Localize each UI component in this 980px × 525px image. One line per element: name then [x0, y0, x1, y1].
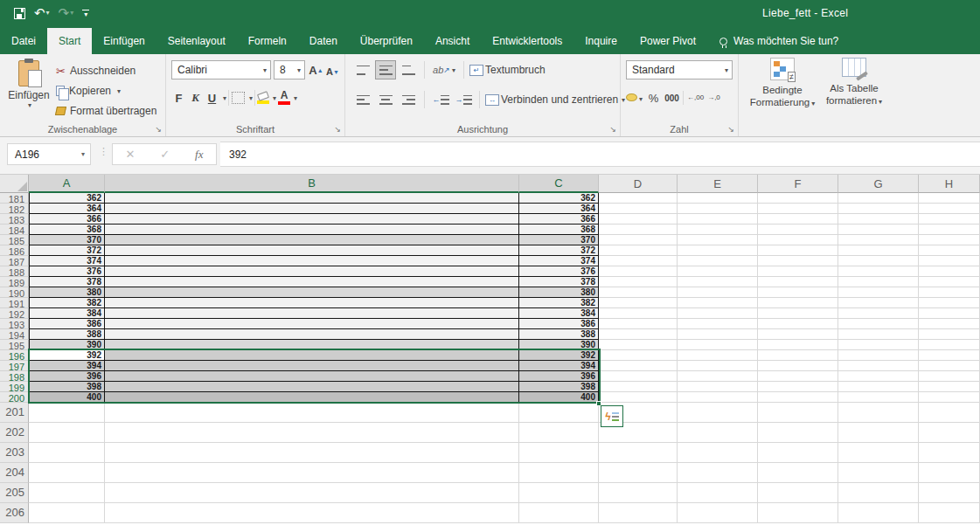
cell-A195[interactable]: 390 [29, 340, 105, 350]
fill-color-dropdown-icon[interactable]: ▾ [273, 94, 276, 102]
cell-C196[interactable]: 392 [519, 350, 599, 361]
cell-D182[interactable] [599, 204, 678, 214]
enter-icon[interactable]: ✓ [160, 148, 170, 161]
borders-button[interactable] [231, 89, 246, 107]
cell-F183[interactable] [758, 214, 838, 225]
cell-A196[interactable]: 392 [29, 350, 105, 361]
cell-A201[interactable] [29, 403, 105, 423]
cell-F195[interactable] [758, 340, 838, 350]
cell-G195[interactable] [838, 340, 919, 350]
cell-A187[interactable]: 374 [29, 256, 105, 266]
cell-C206[interactable] [519, 503, 599, 523]
cell-C202[interactable] [519, 423, 599, 443]
cell-F190[interactable] [758, 287, 838, 298]
cell-E191[interactable] [678, 298, 758, 308]
cell-G199[interactable] [838, 382, 919, 392]
cell-D195[interactable] [599, 340, 678, 350]
cell-B190[interactable] [105, 287, 519, 298]
row-header-188[interactable]: 188 [0, 266, 29, 277]
accounting-format-button[interactable]: ▾ [626, 92, 643, 104]
align-right-button[interactable] [398, 90, 419, 109]
cell-A186[interactable]: 372 [29, 245, 105, 256]
undo-icon[interactable]: ↶▾ [34, 5, 50, 21]
cell-H205[interactable] [919, 483, 980, 503]
cell-E203[interactable] [678, 443, 758, 463]
cell-B204[interactable] [105, 463, 519, 483]
tab-start[interactable]: Start [47, 28, 92, 54]
cell-H186[interactable] [919, 245, 980, 256]
cell-F186[interactable] [758, 245, 838, 256]
cell-G181[interactable] [838, 193, 919, 204]
column-header-F[interactable]: F [758, 175, 838, 193]
customize-qat-icon[interactable]: ▾ [82, 10, 89, 17]
cell-A190[interactable]: 380 [29, 287, 105, 298]
cell-E199[interactable] [678, 382, 758, 392]
cell-E185[interactable] [678, 235, 758, 245]
cell-B201[interactable] [105, 403, 519, 423]
cell-F194[interactable] [758, 329, 838, 340]
row-header-184[interactable]: 184 [0, 225, 29, 235]
cancel-icon[interactable]: ✕ [125, 148, 135, 161]
align-left-button[interactable] [352, 90, 373, 109]
cell-H190[interactable] [919, 287, 980, 298]
cell-C185[interactable]: 370 [519, 235, 599, 245]
cell-G183[interactable] [838, 214, 919, 225]
column-header-G[interactable]: G [838, 175, 919, 193]
cell-B200[interactable] [105, 392, 519, 403]
row-header-196[interactable]: 196 [0, 350, 29, 361]
cell-B206[interactable] [105, 503, 519, 523]
cell-F181[interactable] [758, 193, 838, 204]
cut-button[interactable]: ✂ Ausschneiden [56, 62, 136, 79]
cell-H192[interactable] [919, 308, 980, 319]
cell-H201[interactable] [919, 403, 980, 423]
cell-E184[interactable] [678, 225, 758, 235]
cell-G191[interactable] [838, 298, 919, 308]
cell-D194[interactable] [599, 329, 678, 340]
cell-B202[interactable] [105, 423, 519, 443]
cell-C195[interactable]: 390 [519, 340, 599, 350]
cell-G200[interactable] [838, 392, 919, 403]
wrap-text-button[interactable]: Textumbruch [485, 64, 546, 76]
cell-D203[interactable] [599, 443, 678, 463]
cell-D193[interactable] [599, 319, 678, 329]
cell-B189[interactable] [105, 277, 519, 287]
tab-formeln[interactable]: Formeln [237, 28, 298, 54]
grow-font-button[interactable]: A▲ [309, 61, 323, 79]
fill-color-button[interactable] [257, 93, 269, 104]
select-all-corner[interactable] [0, 175, 29, 193]
formula-bar-splitter[interactable]: ⋮ [99, 146, 108, 157]
cell-E197[interactable] [678, 361, 758, 371]
cell-G186[interactable] [838, 245, 919, 256]
cell-F205[interactable] [758, 483, 838, 503]
cell-C181[interactable]: 362 [519, 193, 599, 204]
cell-D185[interactable] [599, 235, 678, 245]
cell-A182[interactable]: 364 [29, 204, 105, 214]
cell-E196[interactable] [678, 350, 758, 361]
cell-E183[interactable] [678, 214, 758, 225]
cell-E192[interactable] [678, 308, 758, 319]
name-box-dropdown-icon[interactable]: ▾ [81, 150, 85, 158]
cell-D181[interactable] [599, 193, 678, 204]
row-header-204[interactable]: 204 [0, 463, 29, 483]
copy-button[interactable]: Kopieren ▾ [56, 82, 121, 100]
row-header-193[interactable]: 193 [0, 319, 29, 329]
row-header-197[interactable]: 197 [0, 361, 29, 371]
cell-H189[interactable] [919, 277, 980, 287]
cell-H184[interactable] [919, 225, 980, 235]
cell-A194[interactable]: 388 [29, 329, 105, 340]
cell-G192[interactable] [838, 308, 919, 319]
cell-G193[interactable] [838, 319, 919, 329]
row-header-194[interactable]: 194 [0, 329, 29, 340]
cell-D206[interactable] [599, 503, 678, 523]
cell-C187[interactable]: 374 [519, 256, 599, 266]
increase-decimal-button[interactable]: ←,00 [687, 94, 704, 101]
cell-D183[interactable] [599, 214, 678, 225]
underline-dropdown-icon[interactable]: ▾ [223, 94, 226, 102]
row-header-201[interactable]: 201 [0, 403, 29, 423]
row-header-182[interactable]: 182 [0, 204, 29, 214]
cell-A191[interactable]: 382 [29, 298, 105, 308]
cell-A185[interactable]: 370 [29, 235, 105, 245]
cell-H199[interactable] [919, 382, 980, 392]
row-header-187[interactable]: 187 [0, 256, 29, 266]
cell-E182[interactable] [678, 204, 758, 214]
